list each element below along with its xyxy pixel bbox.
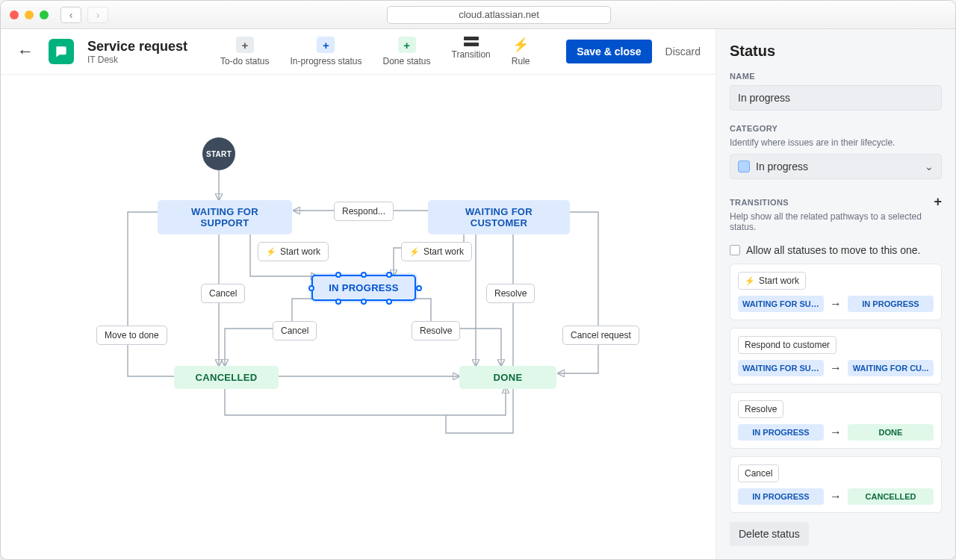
- transition-name: Start work: [738, 272, 806, 290]
- resize-handle[interactable]: [335, 272, 341, 278]
- back-button[interactable]: ←: [16, 39, 35, 64]
- transition-resolve-right[interactable]: Resolve: [486, 284, 535, 303]
- transition-resolve-center[interactable]: Resolve: [412, 321, 460, 340]
- add-done-status-button[interactable]: +Done status: [383, 37, 431, 66]
- transition-cancel-center[interactable]: Cancel: [273, 321, 317, 340]
- window-minimize-icon[interactable]: [25, 10, 34, 19]
- transition-from: IN PROGRESS: [738, 424, 824, 441]
- status-waiting-for-customer[interactable]: WAITING FOR CUSTOMER: [428, 200, 570, 234]
- resize-handle[interactable]: [386, 299, 392, 305]
- transition-from: WAITING FOR SUP...: [738, 296, 824, 312]
- add-inprogress-label: In-progress status: [290, 56, 361, 66]
- transition-to: IN PROGRESS: [848, 296, 934, 312]
- workflow-canvas[interactable]: START WAITING FOR SUPPORT WAITING FOR CU…: [1, 75, 716, 559]
- transition-name: Respond to customer: [738, 336, 836, 354]
- transition-cancel-request[interactable]: Cancel request: [562, 326, 639, 345]
- browser-forward-button[interactable]: ›: [87, 7, 108, 23]
- transition-card[interactable]: ResolveIN PROGRESS→DONE: [730, 392, 942, 449]
- transition-to: CANCELLED: [848, 488, 934, 505]
- transition-from: WAITING FOR SUP...: [738, 360, 824, 376]
- transition-name: Cancel: [738, 464, 779, 482]
- name-label: NAME: [730, 72, 942, 81]
- add-transition-icon[interactable]: +: [934, 194, 942, 210]
- project-name: IT Desk: [87, 55, 187, 65]
- transition-start-work-right[interactable]: Start work: [401, 242, 472, 261]
- transition-to: DONE: [848, 424, 934, 441]
- transitions-help: Help show all the related pathways to a …: [730, 211, 942, 232]
- add-transition-button[interactable]: Transition: [452, 37, 491, 66]
- transition-label: Start work: [280, 246, 320, 257]
- add-done-label: Done status: [383, 56, 431, 66]
- project-icon: [49, 39, 74, 64]
- chevron-down-icon: ⌄: [925, 161, 934, 172]
- window-zoom-icon[interactable]: [40, 10, 49, 19]
- resize-handle[interactable]: [386, 272, 392, 278]
- add-transition-label: Transition: [452, 49, 491, 60]
- status-name-input[interactable]: [730, 85, 942, 111]
- transition-move-to-done[interactable]: Move to done: [96, 326, 167, 345]
- transition-cancel-left[interactable]: Cancel: [201, 284, 245, 303]
- sidebar-title: Status: [730, 43, 942, 60]
- workflow-title: Service request: [87, 39, 187, 55]
- status-waiting-for-support[interactable]: WAITING FOR SUPPORT: [158, 200, 292, 234]
- category-help: Identify where issues are in their lifec…: [730, 137, 942, 148]
- add-rule-label: Rule: [512, 56, 530, 66]
- status-done[interactable]: DONE: [459, 366, 556, 389]
- transition-start-work-left[interactable]: Start work: [258, 242, 329, 261]
- category-color-swatch: [738, 161, 750, 172]
- transition-label: Start work: [423, 246, 464, 257]
- transition-card[interactable]: CancelIN PROGRESS→CANCELLED: [730, 456, 942, 513]
- category-value: In progress: [756, 161, 808, 172]
- transition-to: WAITING FOR CU...: [848, 360, 934, 376]
- arrow-right-icon: →: [830, 297, 842, 311]
- window-close-icon[interactable]: [10, 10, 19, 19]
- transition-respond[interactable]: Respond...: [334, 202, 394, 221]
- add-todo-status-button[interactable]: +To-do status: [220, 37, 269, 66]
- resize-handle[interactable]: [308, 285, 314, 291]
- arrow-right-icon: →: [830, 426, 842, 439]
- status-in-progress[interactable]: IN PROGRESS: [311, 275, 416, 301]
- workflow-header: ← Service request IT Desk +To-do status …: [1, 29, 716, 75]
- status-start[interactable]: START: [202, 137, 235, 170]
- delete-status-button[interactable]: Delete status: [730, 522, 809, 546]
- resize-handle[interactable]: [416, 285, 422, 291]
- resize-handle[interactable]: [335, 299, 341, 305]
- status-sidebar: Status NAME CATEGORY Identify where issu…: [716, 29, 955, 559]
- allow-all-checkbox[interactable]: Allow all statuses to move to this one.: [730, 244, 942, 256]
- browser-titlebar: ‹ › cloud.atlassian.net: [1, 1, 955, 29]
- category-label: CATEGORY: [730, 124, 942, 133]
- arrow-right-icon: →: [830, 361, 842, 375]
- arrow-right-icon: →: [830, 490, 842, 503]
- transition-name: Resolve: [738, 400, 783, 418]
- add-todo-label: To-do status: [220, 56, 269, 66]
- workflow-edges: [1, 75, 716, 559]
- checkbox-icon: [730, 245, 740, 255]
- browser-url[interactable]: cloud.atlassian.net: [387, 6, 611, 24]
- resize-handle[interactable]: [361, 299, 367, 305]
- add-inprogress-status-button[interactable]: +In-progress status: [290, 37, 361, 66]
- resize-handle[interactable]: [361, 272, 367, 278]
- save-button[interactable]: Save & close: [566, 40, 651, 63]
- transition-card[interactable]: Start workWAITING FOR SUP...→IN PROGRESS: [730, 264, 942, 320]
- browser-back-button[interactable]: ‹: [60, 7, 81, 23]
- status-cancelled[interactable]: CANCELLED: [174, 366, 279, 389]
- discard-button[interactable]: Discard: [665, 46, 701, 57]
- transition-from: IN PROGRESS: [738, 488, 824, 505]
- add-rule-button[interactable]: ⚡Rule: [512, 37, 530, 66]
- transitions-label: TRANSITIONS: [730, 198, 789, 207]
- transition-card[interactable]: Respond to customerWAITING FOR SUP...→WA…: [730, 328, 942, 385]
- category-select[interactable]: In progress ⌄: [730, 154, 942, 179]
- allow-all-label: Allow all statuses to move to this one.: [746, 244, 920, 256]
